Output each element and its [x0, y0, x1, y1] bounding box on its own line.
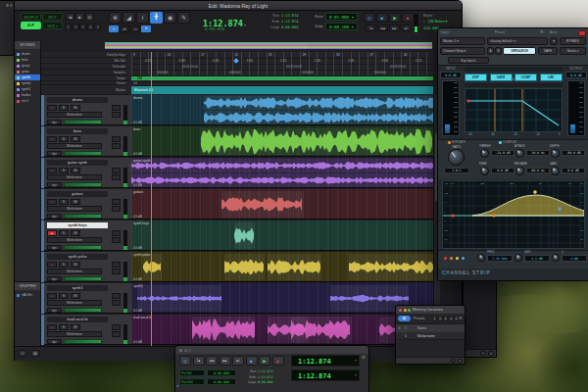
zoom-preset-2[interactable]: 2 [73, 24, 79, 30]
post-roll-field[interactable]: Post-Roll0:00.000 [179, 378, 236, 386]
input-meter-value[interactable]: 0.0 dB [440, 72, 462, 78]
audio-clip[interactable] [291, 317, 352, 343]
maximize-icon[interactable] [188, 349, 191, 352]
tool-button-selector[interactable]: I [136, 12, 149, 24]
eq-band-button[interactable] [462, 257, 465, 260]
plugin-compare-button[interactable]: VERGLEICH [503, 47, 536, 55]
solo-button[interactable]: S [59, 230, 69, 236]
record-arm-button[interactable]: ● [47, 136, 57, 142]
memory-preset-3[interactable]: 3 [443, 317, 448, 321]
memory-title-bar[interactable]: Memory Locations [396, 306, 465, 314]
plugin-bypass-button[interactable]: BYPASS [560, 37, 586, 45]
maximize-icon[interactable] [408, 309, 411, 312]
play-button[interactable]: ▶ [389, 13, 401, 23]
record-arm-button[interactable]: ● [47, 199, 57, 205]
close-icon[interactable] [179, 349, 182, 352]
return-to-zero-button[interactable]: I◀ [193, 356, 205, 366]
toggle-button-0[interactable]: ↔ [109, 25, 119, 32]
grid-field[interactable]: Raster0:01.000 ▾ [309, 13, 360, 22]
track-lane-guitar-synth[interactable]: guitar-synth0.0 dB [131, 158, 433, 188]
release-value[interactable]: 80.0 ms [526, 168, 550, 173]
audio-clip[interactable] [224, 254, 264, 280]
mode-button-grid[interactable]: GRID ▾ [42, 22, 63, 29]
zoom-preset-1[interactable]: 1 [65, 24, 72, 30]
track-name[interactable]: guitar-synth [47, 160, 108, 166]
track-lane-guitars[interactable]: guitars0.0 dB [131, 189, 433, 220]
mode-button-shuffle[interactable]: SHUFFLE [21, 13, 41, 21]
track-name[interactable]: bass [47, 128, 108, 134]
dynamics-tab-gate[interactable]: GATE [490, 74, 513, 81]
automation-mode-selector[interactable]: dyn [47, 151, 62, 157]
volume-fader[interactable] [64, 308, 102, 314]
playlist-button[interactable] [112, 168, 121, 173]
mute-button[interactable]: M [71, 293, 80, 299]
dynamics-tab-comp[interactable]: COMP [514, 74, 537, 81]
mute-button[interactable]: M [71, 230, 80, 236]
eq-q-value[interactable]: 1.00 [562, 255, 587, 262]
freeze-button[interactable] [112, 206, 121, 212]
automation-mode-selector[interactable]: dyn [47, 339, 62, 345]
ratio-knob[interactable] [448, 149, 465, 166]
fast-forward-button[interactable]: ▶▶ [389, 24, 400, 31]
record-arm-button[interactable]: ● [47, 324, 57, 330]
thresh-value[interactable]: -24.0 dB [491, 150, 514, 156]
volume-fader[interactable] [64, 120, 102, 125]
solo-button[interactable]: S [59, 324, 69, 330]
gear-icon[interactable]: ⚙ [459, 316, 463, 320]
stop-button[interactable]: ■ [246, 356, 258, 366]
nudge-field[interactable]: Nudge0:00.100 ▾ [309, 23, 360, 31]
audio-clip[interactable] [204, 96, 433, 110]
depth-knob[interactable] [551, 149, 560, 158]
mute-button[interactable]: M [71, 136, 80, 142]
close-icon[interactable] [6, 4, 9, 7]
automation-mode-selector[interactable]: dyn [47, 182, 62, 188]
knee-value[interactable]: 0.0 dB [491, 168, 514, 173]
plugin-name-selector[interactable]: Channel Strip ▾ [440, 47, 485, 55]
field-value[interactable]: 0:00.000 [207, 378, 236, 385]
expand-arrow-icon[interactable]: ◂ [176, 383, 178, 388]
automation-mode-selector[interactable]: dyn [47, 120, 62, 125]
attack-value[interactable]: 10.0 ms [526, 150, 550, 156]
volume-fader[interactable] [64, 245, 102, 251]
zoom-out-button[interactable]: − [480, 351, 486, 356]
zoom-in-button[interactable]: + [488, 351, 494, 356]
eq-gain-knob[interactable] [514, 254, 522, 262]
eq-band-button[interactable] [456, 257, 459, 260]
toggle-button-1[interactable]: ⇄ [120, 25, 129, 32]
eq-freq-value[interactable]: 7.31 kHz [487, 255, 513, 262]
plugin-safe-button[interactable]: SAFE [538, 47, 558, 55]
release-knob[interactable] [515, 167, 524, 175]
footer-list-icon[interactable]: ≡ [18, 350, 27, 357]
online-button[interactable]: ◎ [179, 356, 191, 366]
track-name[interactable]: lead vocal-fx [47, 317, 108, 322]
audio-clip[interactable] [131, 159, 433, 172]
pre-roll-field[interactable]: Pre-Roll0:00.000 [179, 369, 236, 377]
memory-preset-4[interactable]: 4 [449, 317, 454, 321]
chevron-down-icon[interactable]: ▾ [355, 373, 357, 377]
sync-grid-value[interactable]: ♩ 1/8-Noten ▾ [423, 19, 448, 24]
go-to-end-button[interactable]: ▶I [401, 24, 412, 31]
track-view-selector[interactable]: Wellenform [47, 300, 102, 306]
gain-knob[interactable] [551, 167, 560, 175]
record-arm-button[interactable]: ● [47, 230, 57, 236]
audio-clip[interactable] [143, 254, 161, 280]
ruler-label-marker[interactable]: Marker [41, 85, 128, 95]
tool-button-trim[interactable]: ◢ [122, 12, 135, 24]
plugin-librarian-a-button[interactable]: A [487, 47, 494, 55]
zoom-button-2[interactable]: ▤ [85, 13, 94, 21]
return-to-zero-button[interactable]: I◀ [366, 24, 376, 31]
solo-button[interactable]: S [59, 199, 69, 205]
volume-fader[interactable] [64, 182, 102, 188]
tool-button-zoomer[interactable]: ⊕ [109, 12, 122, 24]
playlist-button[interactable] [112, 262, 121, 268]
minimize-icon[interactable] [184, 349, 187, 352]
freeze-button[interactable] [112, 112, 121, 118]
online-button[interactable]: ◎ [364, 13, 375, 23]
zoom-out-button[interactable]: − [451, 359, 456, 363]
record-arm-button[interactable]: ● [47, 262, 57, 268]
field-value[interactable]: 0:00.000 [207, 369, 236, 376]
volume-fader[interactable] [64, 214, 102, 220]
freeze-button[interactable] [112, 300, 121, 306]
audio-clip[interactable] [204, 111, 433, 124]
freeze-button[interactable] [112, 237, 121, 243]
